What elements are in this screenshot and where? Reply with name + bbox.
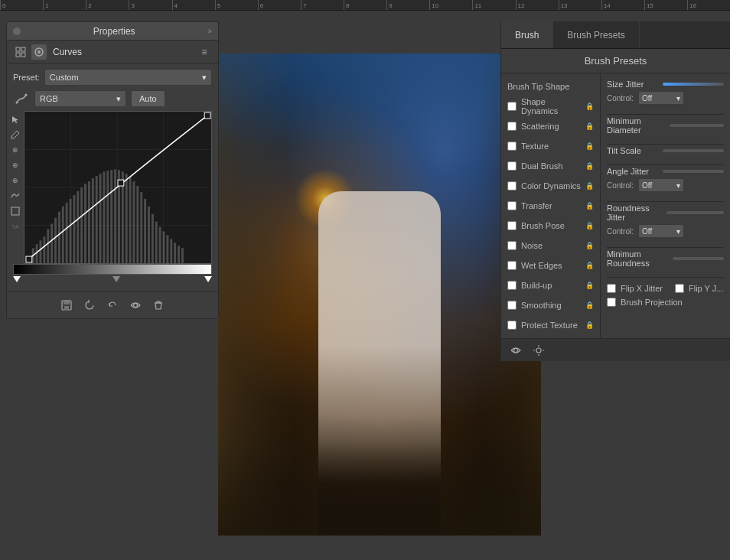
curve-pencil-tool[interactable] — [8, 128, 22, 142]
checkbox-shape-dynamics[interactable] — [507, 102, 517, 111]
option-brush-pose[interactable]: Brush Pose 🔒 — [501, 216, 600, 236]
curves-graph[interactable] — [24, 111, 212, 264]
brush-tab-brush[interactable]: Brush — [501, 21, 553, 48]
checkbox-flip-y[interactable] — [675, 284, 684, 293]
checkbox-brush-projection[interactable] — [607, 298, 616, 307]
curve-smooth-tool[interactable] — [8, 189, 22, 203]
channel-dropdown-arrow: ▾ — [116, 94, 121, 104]
canvas-area: Properties » Curves ≡ — [0, 11, 730, 560]
flip-x-row: Flip X Jitter — [607, 284, 663, 293]
brush-tab-presets[interactable]: Brush Presets — [553, 21, 639, 48]
ruler-mark: 7 — [301, 0, 344, 10]
undo-icon[interactable] — [104, 297, 121, 314]
curve-reset-tool[interactable] — [8, 204, 22, 218]
ruler-mark: 2 — [86, 0, 129, 10]
option-transfer[interactable]: Transfer 🔒 — [501, 196, 600, 216]
option-smoothing[interactable]: Smoothing 🔒 — [501, 295, 600, 315]
brush-bottom-eye-icon[interactable] — [507, 342, 524, 359]
checkbox-wet-edges[interactable] — [507, 261, 517, 270]
angle-jitter-label: Angle Jitter — [607, 167, 649, 176]
option-color-dynamics[interactable]: Color Dynamics 🔒 — [501, 176, 600, 196]
lock-buildup: 🔒 — [585, 282, 594, 289]
eye-icon[interactable] — [127, 297, 144, 314]
min-roundness-label: Minimum Roundness — [607, 249, 673, 268]
curves-tool-icon[interactable] — [13, 90, 30, 107]
control-row-3: Control: Off ▾ — [607, 224, 724, 238]
option-texture[interactable]: Texture 🔒 — [501, 136, 600, 156]
size-jitter-slider[interactable] — [663, 83, 724, 86]
gradient-bar — [13, 264, 212, 275]
checkbox-protect-texture[interactable] — [507, 321, 517, 330]
delete-icon[interactable] — [150, 297, 167, 314]
svg-rect-45 — [144, 199, 146, 263]
curve-text-tool[interactable]: TA — [8, 220, 22, 233]
ruler-mark: 6 — [258, 0, 301, 10]
checkbox-dual-brush[interactable] — [507, 161, 517, 171]
control-row-1: Control: Off ▾ — [607, 91, 724, 105]
ruler-mark: 11 — [472, 0, 515, 10]
checkbox-texture[interactable] — [507, 142, 517, 151]
roundness-jitter-slider[interactable] — [666, 211, 724, 214]
white-point-slider[interactable] — [204, 276, 212, 282]
panel-close-button[interactable] — [13, 28, 21, 35]
grid-icon[interactable] — [13, 44, 28, 60]
option-scattering[interactable]: Scattering 🔒 — [501, 116, 600, 136]
min-diameter-slider[interactable] — [670, 124, 724, 127]
control-dropdown-2[interactable]: Off ▾ — [638, 178, 684, 192]
svg-rect-52 — [170, 239, 172, 263]
svg-rect-44 — [140, 192, 142, 263]
lock-scattering: 🔒 — [585, 122, 594, 130]
mid-point-slider[interactable] — [112, 276, 120, 282]
option-wet-edges[interactable]: Wet Edges 🔒 — [501, 256, 600, 275]
curve-light-eyedropper[interactable]: ⊕ — [8, 174, 22, 187]
curves-area: ⊕ ⊕ ⊕ TA — [7, 111, 218, 264]
brush-panel: Brush Brush Presets Brush Presets Brush … — [500, 21, 730, 361]
checkbox-color-dynamics[interactable] — [507, 181, 517, 190]
circle-icon[interactable] — [31, 44, 47, 60]
checkbox-buildup[interactable] — [507, 281, 517, 290]
curve-eyedropper-tool[interactable]: ⊕ — [8, 143, 22, 157]
checkbox-scattering[interactable] — [507, 122, 517, 131]
control-dropdown-1[interactable]: Off ▾ — [638, 91, 684, 105]
curve-pointer-tool[interactable] — [8, 112, 22, 126]
checkbox-smoothing[interactable] — [507, 301, 517, 310]
svg-rect-46 — [148, 207, 150, 263]
option-dual-brush[interactable]: Dual Brush 🔒 — [501, 156, 600, 176]
brush-options-list: Brush Tip Shape Shape Dynamics 🔒 Scatter… — [501, 73, 601, 338]
option-shape-dynamics[interactable]: Shape Dynamics 🔒 — [501, 96, 600, 116]
svg-rect-41 — [129, 177, 132, 263]
history-icon[interactable] — [81, 297, 98, 314]
black-point-slider[interactable] — [13, 276, 21, 282]
panel-collapse-button[interactable]: » — [207, 27, 212, 35]
checkbox-brush-pose[interactable] — [507, 221, 517, 230]
brush-tabs: Brush Brush Presets — [501, 21, 730, 49]
panel-titlebar: Properties » — [7, 22, 218, 41]
min-roundness-slider[interactable] — [673, 257, 724, 260]
checkbox-noise[interactable] — [507, 241, 517, 250]
preset-dropdown[interactable]: Custom ▾ — [44, 69, 212, 86]
channel-dropdown[interactable]: RGB ▾ — [34, 90, 126, 107]
control-dropdown-3[interactable]: Off ▾ — [638, 224, 684, 238]
lock-smoothing: 🔒 — [585, 301, 594, 309]
svg-rect-43 — [136, 186, 139, 263]
brush-presets-title: Brush Presets — [585, 55, 647, 67]
option-noise[interactable]: Noise 🔒 — [501, 236, 600, 256]
svg-rect-22 — [58, 212, 60, 263]
option-buildup[interactable]: Build-up 🔒 — [501, 275, 600, 295]
panel-menu-icon[interactable]: ≡ — [197, 44, 212, 60]
preset-value: Custom — [50, 73, 79, 82]
tilt-scale-slider[interactable] — [663, 149, 724, 152]
svg-rect-24 — [66, 203, 68, 263]
angle-jitter-slider[interactable] — [663, 170, 724, 173]
checkbox-transfer[interactable] — [507, 201, 517, 210]
svg-rect-61 — [64, 306, 69, 309]
min-diameter-label: Minimum Diameter — [607, 116, 670, 135]
auto-button[interactable]: Auto — [131, 90, 165, 107]
curve-dark-eyedropper[interactable]: ⊕ — [8, 158, 22, 172]
option-brush-tip[interactable]: Brush Tip Shape — [501, 77, 600, 96]
checkbox-flip-x[interactable] — [607, 284, 616, 293]
ruler-mark: 12 — [516, 0, 559, 10]
save-preset-icon[interactable] — [58, 297, 75, 314]
option-protect-texture[interactable]: Protect Texture 🔒 — [501, 315, 600, 335]
brush-bottom-settings-icon[interactable] — [530, 342, 547, 359]
